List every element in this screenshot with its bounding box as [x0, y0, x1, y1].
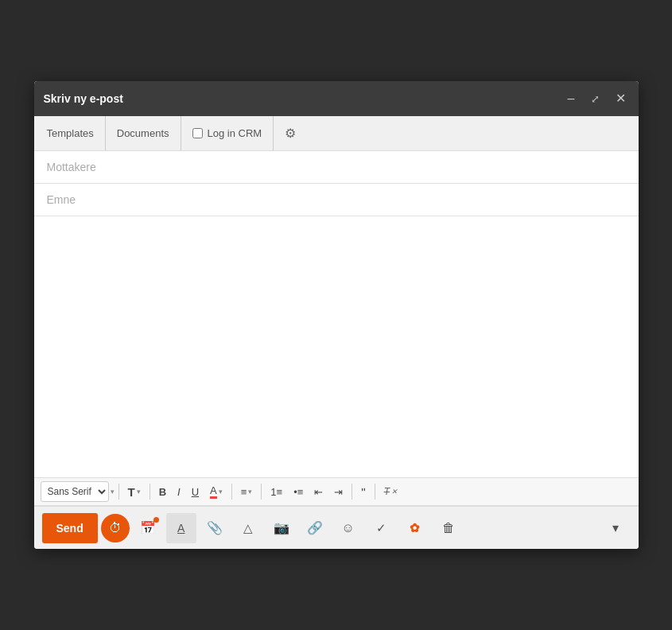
text-color-chevron: ▾	[219, 488, 223, 496]
indent-decrease-button[interactable]: ⇤	[309, 483, 328, 501]
text-format-toggle-button[interactable]: A	[166, 513, 196, 543]
indent-increase-button[interactable]: ⇥	[329, 483, 348, 501]
top-toolbar: Templates Documents Log in CRM ⚙	[34, 116, 639, 151]
minimize-button[interactable]: –	[565, 91, 578, 107]
chevron-down-icon: ▾	[612, 520, 619, 535]
recipients-input[interactable]	[47, 161, 626, 173]
checkmark-icon: ✓	[376, 521, 386, 535]
underline-button[interactable]: U	[187, 483, 204, 501]
toolbar-sep-1	[118, 484, 119, 500]
calendar-notification-dot	[153, 517, 159, 523]
email-compose-window: Skriv ny e-post – ⤢ ✕ Templates Document…	[34, 81, 639, 549]
clear-format-icon: T	[384, 486, 390, 497]
paperclip-icon: 📎	[207, 520, 223, 535]
toolbar-sep-2	[150, 484, 150, 500]
clear-format-button[interactable]: T ✕	[379, 483, 402, 500]
align-chevron: ▾	[248, 488, 252, 496]
window-title: Skriv ny e-post	[44, 92, 123, 105]
timer-icon: ⏱	[109, 521, 122, 535]
indent-decrease-icon: ⇤	[314, 486, 323, 498]
toolbar-sep-5	[352, 484, 352, 500]
title-bar: Skriv ny e-post – ⤢ ✕	[34, 81, 639, 116]
text-color-button[interactable]: A ▾	[205, 481, 227, 502]
unordered-list-icon: •≡	[293, 486, 303, 498]
trash-icon: 🗑	[442, 521, 455, 535]
toolbar-sep-4	[261, 484, 262, 500]
image-button[interactable]: 📷	[266, 513, 297, 543]
task-button[interactable]: ✓	[367, 513, 397, 543]
drive-button[interactable]: △	[233, 513, 263, 543]
subject-field	[34, 184, 639, 216]
ordered-list-icon: 1≡	[270, 486, 282, 498]
calendar-icon: 📅	[140, 520, 156, 535]
chevron-down-icon: ▾	[111, 488, 115, 496]
settings-button[interactable]: ⚙	[274, 116, 307, 150]
log-crm-item: Log in CRM	[181, 116, 274, 150]
toolbar-sep-6	[375, 484, 375, 500]
blockquote-icon: "	[361, 485, 365, 499]
align-icon: ≡	[241, 486, 247, 498]
clear-format-sub: ✕	[391, 488, 398, 496]
email-body-area	[34, 216, 639, 477]
underline-a-icon: A	[177, 522, 185, 535]
documents-tab[interactable]: Documents	[106, 116, 181, 150]
delete-button[interactable]: 🗑	[433, 513, 464, 543]
send-button[interactable]: Send	[42, 513, 98, 543]
subject-input[interactable]	[47, 193, 626, 206]
drive-icon: △	[243, 521, 253, 535]
format-toolbar: Sans Serif ▾ T ▾ B I U A ▾ ≡ ▾ 1≡ •≡ ⇤	[34, 477, 639, 506]
toolbar-sep-3	[231, 484, 232, 500]
more-options-button[interactable]: ▾	[600, 513, 631, 543]
link-button[interactable]: 🔗	[300, 513, 330, 543]
attach-button[interactable]: 📎	[200, 513, 230, 543]
templates-tab[interactable]: Templates	[44, 116, 106, 150]
font-size-icon: T	[128, 485, 135, 499]
action-toolbar: Send ⏱ 📅 A 📎 △ 📷 🔗 ☺ ✓ ✿	[34, 506, 639, 549]
font-size-chevron: ▾	[137, 488, 141, 496]
schedule-send-button[interactable]: ⏱	[101, 514, 130, 542]
maximize-button[interactable]: ⤢	[588, 92, 603, 106]
italic-button[interactable]: I	[173, 483, 185, 501]
close-button[interactable]: ✕	[612, 91, 629, 107]
bold-button[interactable]: B	[154, 483, 171, 501]
emoji-button[interactable]: ☺	[333, 513, 363, 543]
log-crm-checkbox[interactable]	[192, 128, 203, 138]
align-button[interactable]: ≡ ▾	[236, 483, 258, 501]
camera-icon: 📷	[274, 520, 289, 535]
font-size-button[interactable]: T ▾	[123, 482, 146, 502]
hubspot-button[interactable]: ✿	[400, 513, 430, 543]
emoji-icon: ☺	[342, 521, 355, 535]
font-family-select[interactable]: Sans Serif	[41, 481, 109, 502]
blockquote-button[interactable]: "	[356, 482, 370, 502]
hubspot-icon: ✿	[410, 521, 420, 535]
calendar-button[interactable]: 📅	[133, 513, 163, 543]
ordered-list-button[interactable]: 1≡	[266, 483, 287, 501]
email-body-editor[interactable]	[47, 226, 626, 465]
window-controls: – ⤢ ✕	[565, 91, 629, 107]
indent-increase-icon: ⇥	[334, 486, 343, 498]
recipients-field	[34, 151, 639, 184]
unordered-list-button[interactable]: •≡	[289, 483, 308, 501]
link-icon: 🔗	[307, 520, 323, 535]
text-color-icon: A	[210, 484, 217, 499]
gear-icon: ⚙	[285, 126, 296, 141]
log-crm-label[interactable]: Log in CRM	[208, 127, 262, 139]
